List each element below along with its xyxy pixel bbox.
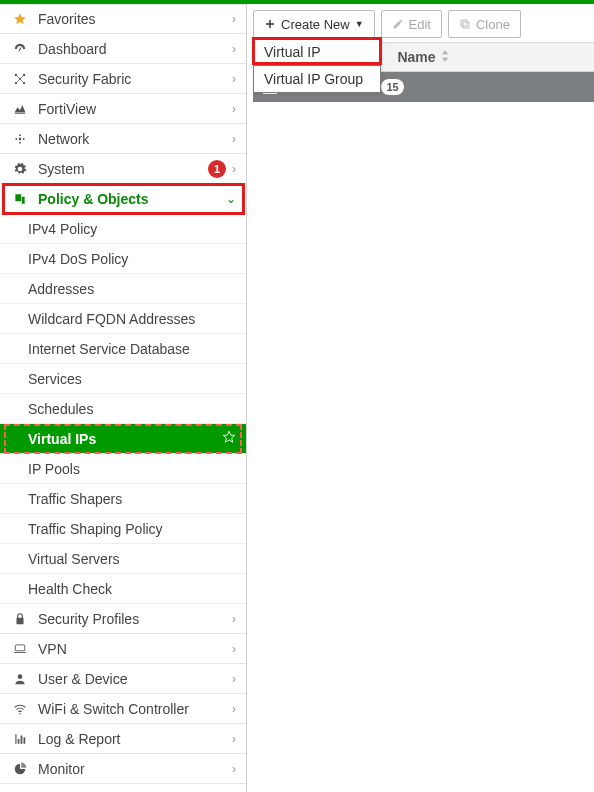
dropdown-option-virtual-ip[interactable]: Virtual IP bbox=[254, 39, 380, 65]
dropdown-option-virtual-ip-group[interactable]: Virtual IP Group bbox=[254, 65, 380, 92]
chevron-right-icon: › bbox=[232, 102, 236, 116]
svg-point-8 bbox=[18, 674, 23, 679]
svg-point-1 bbox=[19, 77, 21, 79]
sub-item-ipv4-policy[interactable]: IPv4 Policy bbox=[0, 214, 246, 244]
sidebar: Favorites › Dashboard › Security Fabric … bbox=[0, 4, 247, 792]
chevron-right-icon: › bbox=[232, 672, 236, 686]
bar-chart-icon bbox=[10, 732, 30, 746]
sidebar-item-user-device[interactable]: User & Device › bbox=[0, 664, 246, 694]
sidebar-item-label: FortiView bbox=[38, 101, 232, 117]
create-new-dropdown: Virtual IP Virtual IP Group bbox=[253, 38, 381, 93]
sidebar-item-label: Internet Service Database bbox=[28, 341, 190, 357]
sidebar-item-label: Virtual Servers bbox=[28, 551, 120, 567]
chevron-right-icon: › bbox=[232, 162, 236, 176]
sidebar-item-label: Security Fabric bbox=[38, 71, 232, 87]
laptop-icon bbox=[10, 642, 30, 656]
sub-item-schedules[interactable]: Schedules bbox=[0, 394, 246, 424]
pencil-icon bbox=[392, 18, 404, 30]
sidebar-item-vpn[interactable]: VPN › bbox=[0, 634, 246, 664]
sub-item-virtual-servers[interactable]: Virtual Servers bbox=[0, 544, 246, 574]
chevron-right-icon: › bbox=[232, 762, 236, 776]
sidebar-item-label: Monitor bbox=[38, 761, 232, 777]
sidebar-item-label: System bbox=[38, 161, 208, 177]
chevron-down-icon: ⌄ bbox=[226, 192, 236, 206]
sidebar-item-label: Traffic Shaping Policy bbox=[28, 521, 163, 537]
group-count-badge: 15 bbox=[381, 79, 403, 95]
pie-chart-icon bbox=[10, 762, 30, 776]
create-new-button[interactable]: Create New ▼ bbox=[253, 10, 375, 38]
svg-marker-6 bbox=[223, 431, 235, 442]
sidebar-item-label: Network bbox=[38, 131, 232, 147]
chevron-right-icon: › bbox=[232, 612, 236, 626]
button-label: Edit bbox=[409, 17, 431, 32]
sub-item-internet-service-db[interactable]: Internet Service Database bbox=[0, 334, 246, 364]
sidebar-item-fortiview[interactable]: FortiView › bbox=[0, 94, 246, 124]
svg-rect-10 bbox=[463, 22, 469, 28]
sidebar-item-label: Log & Report bbox=[38, 731, 232, 747]
network-icon bbox=[10, 132, 30, 146]
sidebar-item-favorites[interactable]: Favorites › bbox=[0, 4, 246, 34]
sidebar-item-label: Services bbox=[28, 371, 82, 387]
sidebar-item-monitor[interactable]: Monitor › bbox=[0, 754, 246, 784]
sidebar-item-system[interactable]: System 1 › bbox=[0, 154, 246, 184]
sidebar-item-policy-objects[interactable]: Policy & Objects ⌄ bbox=[0, 184, 246, 214]
column-header-name: Name bbox=[397, 49, 435, 65]
wifi-icon bbox=[10, 702, 30, 716]
alert-badge: 1 bbox=[208, 160, 226, 178]
svg-point-9 bbox=[19, 712, 21, 714]
sidebar-item-network[interactable]: Network › bbox=[0, 124, 246, 154]
sub-item-health-check[interactable]: Health Check bbox=[0, 574, 246, 604]
toolbar: Create New ▼ Edit Clone bbox=[253, 10, 588, 38]
chevron-right-icon: › bbox=[232, 702, 236, 716]
chevron-right-icon: › bbox=[232, 72, 236, 86]
sidebar-item-security-profiles[interactable]: Security Profiles › bbox=[0, 604, 246, 634]
policy-icon bbox=[10, 192, 30, 206]
sub-item-traffic-shaping-policy[interactable]: Traffic Shaping Policy bbox=[0, 514, 246, 544]
sidebar-item-label: IPv4 DoS Policy bbox=[28, 251, 128, 267]
sidebar-item-log-report[interactable]: Log & Report › bbox=[0, 724, 246, 754]
option-label: Virtual IP bbox=[264, 44, 321, 60]
sidebar-item-label: Health Check bbox=[28, 581, 112, 597]
plus-icon bbox=[264, 18, 276, 30]
sub-item-services[interactable]: Services bbox=[0, 364, 246, 394]
clone-button[interactable]: Clone bbox=[448, 10, 521, 38]
svg-rect-11 bbox=[461, 20, 467, 26]
favorite-star-icon[interactable] bbox=[222, 430, 236, 447]
button-label: Create New bbox=[281, 17, 350, 32]
lock-icon bbox=[10, 612, 30, 626]
sidebar-item-dashboard[interactable]: Dashboard › bbox=[0, 34, 246, 64]
edit-button[interactable]: Edit bbox=[381, 10, 442, 38]
sort-icon bbox=[440, 49, 450, 65]
sidebar-item-label: Traffic Shapers bbox=[28, 491, 122, 507]
sidebar-item-security-fabric[interactable]: Security Fabric › bbox=[0, 64, 246, 94]
app-container: Favorites › Dashboard › Security Fabric … bbox=[0, 4, 594, 792]
caret-down-icon: ▼ bbox=[355, 19, 364, 29]
main-panel: Create New ▼ Edit Clone Name − IPv4 Virt… bbox=[247, 4, 594, 792]
area-chart-icon bbox=[10, 102, 30, 116]
sub-item-virtual-ips[interactable]: Virtual IPs bbox=[0, 424, 246, 454]
sub-item-addresses[interactable]: Addresses bbox=[0, 274, 246, 304]
sub-item-wildcard-fqdn[interactable]: Wildcard FQDN Addresses bbox=[0, 304, 246, 334]
chevron-right-icon: › bbox=[232, 642, 236, 656]
dashboard-icon bbox=[10, 42, 30, 56]
sidebar-item-label: Schedules bbox=[28, 401, 93, 417]
option-label: Virtual IP Group bbox=[264, 71, 363, 87]
fabric-icon bbox=[10, 72, 30, 86]
sidebar-item-label: Addresses bbox=[28, 281, 94, 297]
sidebar-item-label: Wildcard FQDN Addresses bbox=[28, 311, 195, 327]
sidebar-item-label: Policy & Objects bbox=[38, 191, 226, 207]
sidebar-item-label: User & Device bbox=[38, 671, 232, 687]
svg-marker-0 bbox=[14, 13, 26, 24]
sidebar-item-wifi-switch[interactable]: WiFi & Switch Controller › bbox=[0, 694, 246, 724]
copy-icon bbox=[459, 18, 471, 30]
star-icon bbox=[10, 12, 30, 26]
user-icon bbox=[10, 672, 30, 686]
chevron-right-icon: › bbox=[232, 132, 236, 146]
sidebar-item-label: VPN bbox=[38, 641, 232, 657]
sub-item-traffic-shapers[interactable]: Traffic Shapers bbox=[0, 484, 246, 514]
sub-item-ipv4-dos-policy[interactable]: IPv4 DoS Policy bbox=[0, 244, 246, 274]
sidebar-item-label: IPv4 Policy bbox=[28, 221, 97, 237]
sub-item-ip-pools[interactable]: IP Pools bbox=[0, 454, 246, 484]
sidebar-item-label: Favorites bbox=[38, 11, 232, 27]
chevron-right-icon: › bbox=[232, 42, 236, 56]
